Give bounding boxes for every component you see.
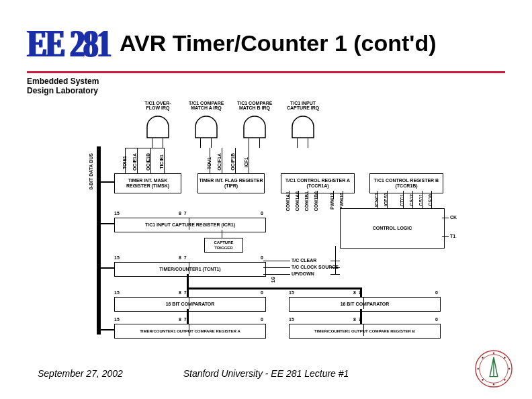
- b87-ob: 8 7: [353, 317, 361, 322]
- bit-ticie1: TICIE1: [159, 154, 164, 169]
- subhead-l1: Embedded System: [27, 77, 99, 86]
- w: [152, 148, 164, 148]
- svg-point-5: [508, 368, 510, 369]
- w: [200, 138, 201, 148]
- w: [211, 138, 212, 148]
- bit-icnc1: ICNC1: [374, 193, 379, 207]
- reg-tccr1b: T/C1 CONTROL REGISTER B (TCCR1B): [369, 173, 443, 193]
- b0-ob: 0: [435, 317, 438, 322]
- w: [189, 262, 189, 274]
- ck-label: CK: [450, 215, 457, 220]
- w: [187, 287, 189, 297]
- data-bus-label: 8-BIT DATA BUS: [89, 153, 93, 189]
- reg-tcnt1: TIMER/COUNTER1 (TCNT1): [114, 262, 266, 277]
- w: [152, 138, 152, 148]
- w: [101, 181, 114, 183]
- w: [235, 148, 236, 173]
- and-gate-overflow: [146, 116, 169, 138]
- bit-ocif1a: OCIF1A: [217, 153, 222, 171]
- w: [330, 267, 340, 268]
- w: [263, 261, 290, 261]
- bit-com1b1: COM1B1: [304, 191, 309, 211]
- svg-point-7: [504, 357, 505, 359]
- w: [335, 246, 336, 274]
- footer-center: Stanford University - EE 281 Lecture #1: [0, 368, 532, 379]
- bit-cs12: CS12: [409, 194, 414, 206]
- title-rule: [27, 71, 505, 73]
- comparator-b: 16 BIT COMPARATOR: [289, 297, 441, 312]
- reg-icr1: T/C1 INPUT CAPTURE REGISTER (ICR1): [114, 218, 266, 232]
- irq-label-matcha: T/C1 COMPARE MATCH A IRQ: [189, 101, 224, 110]
- svg-point-8: [482, 379, 484, 380]
- w: [150, 148, 151, 173]
- w: [249, 148, 249, 173]
- b87-cb: 8 7: [353, 290, 361, 295]
- bit15-icr: 15: [114, 211, 120, 216]
- subhead-l2: Design Laboratory: [27, 86, 99, 95]
- b15-oa: 15: [114, 317, 120, 322]
- bit87-icr: 8 7: [179, 211, 187, 216]
- bit87-tcnt: 8 7: [179, 255, 187, 260]
- w: [187, 274, 189, 289]
- comparator-a: 16 BIT COMPARATOR: [114, 297, 266, 312]
- course-logo: EE 281: [27, 21, 110, 66]
- bit0-tcnt: 0: [261, 255, 263, 260]
- bit-ctc1: CTC1: [400, 194, 404, 206]
- data-bus: [97, 146, 101, 335]
- slide-title: AVR Timer/Counter 1 (cont'd): [120, 30, 437, 56]
- bit-cs11: CS11: [418, 194, 423, 206]
- b0-ca: 0: [261, 290, 263, 295]
- bit0-icr: 0: [261, 211, 263, 216]
- bit-icf1: ICF1: [244, 157, 249, 167]
- bit-com1b0: COM1B0: [314, 191, 318, 211]
- svg-point-2: [493, 353, 494, 354]
- and-gate-matchb: [243, 116, 266, 138]
- bit-pwm10: PWM10: [339, 193, 344, 210]
- irq-label-matchb: T/C1 COMPARE MATCH B IRQ: [237, 101, 272, 110]
- bit-tov1: TOV1: [207, 157, 212, 169]
- reg-ocrb: TIMER/COUNTER1 OUTPUT COMPARE REGISTER B: [289, 324, 441, 339]
- w: [222, 148, 222, 173]
- bit-ocie1a: OCIE1A: [132, 153, 137, 171]
- w: [263, 267, 290, 268]
- slide: { "header": { "logo": "EE 281", "title":…: [0, 0, 532, 399]
- capture-trigger: CAPTURE TRIGGER: [204, 238, 243, 253]
- bit-ocif1b: OCIF1B: [230, 153, 235, 171]
- w: [164, 148, 165, 173]
- t1-label: T1: [450, 234, 455, 238]
- b0-oa: 0: [261, 317, 263, 322]
- reg-timsk: TIMER INT. MASK REGISTER (TIMSK): [114, 173, 181, 193]
- w: [163, 138, 163, 148]
- w: [442, 236, 449, 237]
- svg-point-6: [482, 357, 484, 359]
- lab-subheading: Embedded System Design Laboratory: [27, 77, 99, 95]
- b87-ca: 8 7: [179, 290, 187, 295]
- and-gate-capture: [292, 116, 314, 138]
- bit-pwm11: PWM11: [330, 193, 335, 210]
- bit-cs10: CS10: [428, 194, 433, 206]
- w: [101, 329, 114, 330]
- w: [101, 267, 114, 269]
- svg-point-3: [493, 384, 494, 385]
- b15-ob: 15: [289, 317, 294, 322]
- w: [101, 223, 114, 224]
- w: [330, 261, 340, 261]
- b15-ca: 15: [114, 290, 120, 295]
- and-gate-matcha: [195, 116, 218, 138]
- bit-com1a0: COM1A0: [295, 191, 300, 211]
- ctrl-updown: UP/DOWN: [292, 271, 314, 276]
- w: [187, 287, 361, 290]
- bus-16: 16: [270, 277, 276, 283]
- w: [308, 138, 308, 148]
- reg-ocra: TIMER/COUNTER1 OUTPUT COMPARE REGISTER A: [114, 324, 266, 339]
- reg-tifr: TIMER INT. FLAG REGISTER (TIFR): [197, 173, 265, 193]
- reg-tccr1a: T/C1 CONTROL REGISTER A (TCCR1A): [281, 173, 355, 193]
- irq-label-overflow: T/C1 OVER- FLOW IRQ: [144, 101, 172, 110]
- bit-toie1: TOIE1: [122, 156, 127, 169]
- w: [297, 138, 298, 148]
- w: [222, 230, 222, 238]
- w: [259, 138, 260, 148]
- svg-point-9: [504, 379, 505, 380]
- w: [442, 218, 449, 218]
- w: [363, 297, 364, 309]
